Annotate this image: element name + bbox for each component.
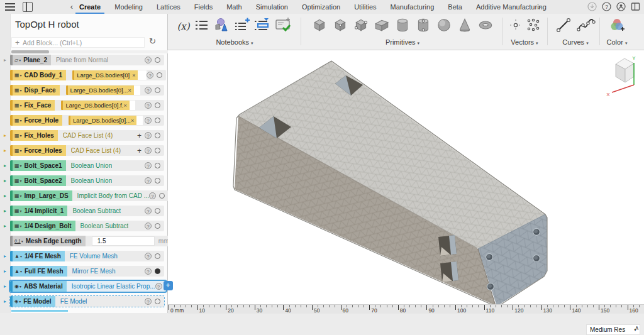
visibility-toggle-icon[interactable]: [155, 268, 160, 274]
tab-create[interactable]: Create: [79, 0, 101, 14]
help-icon[interactable]: ?: [149, 192, 156, 199]
help-icon[interactable]: ?: [145, 268, 152, 275]
block-row-force-hole[interactable]: ▦▾Force_HoleLarge_DS.bodies[0]...×?: [0, 115, 168, 126]
auto-refresh-icon[interactable]: ↻: [149, 36, 156, 46]
parallelepiped-icon[interactable]: [374, 17, 390, 36]
help-icon[interactable]: ?: [145, 207, 152, 214]
block-body[interactable]: ▦▾Force_HolesCAD Face List (4)+?: [10, 145, 164, 156]
chip-caret-icon[interactable]: ▾: [20, 254, 22, 258]
point-cloud-icon[interactable]: [526, 18, 541, 35]
account-icon[interactable]: [616, 2, 626, 11]
visibility-toggle-icon[interactable]: [155, 118, 160, 123]
value-chip[interactable]: Large_DS.bodies[0]...×: [69, 116, 136, 125]
block-value-field[interactable]: Large_DS.bodies[0]....×: [66, 85, 140, 95]
view-cube[interactable]: Y X: [606, 55, 636, 97]
chip-caret-icon[interactable]: ▾: [20, 73, 22, 77]
block-name-chip[interactable]: ▦▾1/4 Implicit_1: [10, 206, 67, 216]
help-icon[interactable]: ?: [145, 147, 152, 154]
point-icon[interactable]: [509, 18, 523, 35]
expand-arrow-icon[interactable]: ▸: [0, 223, 10, 229]
chip-caret-icon[interactable]: ▾: [19, 58, 21, 62]
block-row-mesh-edge-length[interactable]: 0.1▾Mesh Edge Length1.5mm?: [0, 236, 168, 246]
line-segment-icon[interactable]: [555, 17, 572, 36]
block-row-disp-face[interactable]: ▦▾Disp_FaceLarge_DS.bodies[0]....×?: [0, 85, 168, 96]
visibility-toggle-icon[interactable]: [155, 208, 160, 214]
collapse-chevron-icon[interactable]: ∧: [635, 324, 639, 331]
block-name-chip[interactable]: ▦▾CAD Body_1: [10, 70, 66, 80]
color-group-label[interactable]: Color ▾: [601, 38, 633, 46]
chip-caret-icon[interactable]: ▾: [19, 284, 21, 288]
add-list-icon[interactable]: [235, 18, 250, 35]
spline-curve-icon[interactable]: [577, 17, 596, 36]
help-icon[interactable]: ?: [602, 2, 611, 11]
chip-caret-icon[interactable]: ▾: [20, 133, 22, 138]
block-row-cad-body-1[interactable]: ▦▾CAD Body_1Large_DS.bodies[0]×?: [0, 70, 168, 80]
visibility-toggle-icon[interactable]: [155, 178, 160, 184]
block-name-chip[interactable]: ◈▾FE Model: [10, 296, 55, 307]
split-panel-icon[interactable]: [23, 2, 33, 12]
chip-caret-icon[interactable]: ▾: [21, 239, 23, 243]
box-corners-icon[interactable]: [353, 17, 369, 36]
block-name-chip[interactable]: ▲▾Full FE Mesh: [10, 266, 67, 277]
block-body[interactable]: ▦▾Fix_FaceLarge_DS.bodies[0].f...×?: [10, 100, 164, 111]
value-chip[interactable]: Large_DS.bodies[0]....×: [66, 85, 134, 95]
block-name-chip[interactable]: ▦▾Force_Hole: [10, 115, 62, 126]
expand-arrow-icon[interactable]: ▸: [0, 283, 10, 289]
torus-icon[interactable]: [477, 17, 494, 36]
scrollbar-thumb[interactable]: [11, 50, 49, 53]
more-tabs-chevron-icon[interactable]: ›: [535, 2, 545, 12]
expand-arrow-icon[interactable]: ▸: [0, 193, 10, 199]
chip-caret-icon[interactable]: ▾: [20, 178, 22, 183]
block-name-chip[interactable]: ▦▾Disp_Face: [10, 85, 60, 96]
expand-arrow-icon[interactable]: ▸: [0, 268, 10, 274]
block-body[interactable]: ▦▾Force_HoleLarge_DS.bodies[0]...×?: [10, 115, 164, 126]
add-block-floating-button[interactable]: +: [164, 281, 173, 290]
block-name-chip[interactable]: ◉▾ABS Material: [10, 281, 67, 292]
block-row-force-holes[interactable]: ▸▦▾Force_HolesCAD Face List (4)+?: [0, 145, 168, 156]
vectors-group-label[interactable]: Vectors ▾: [505, 38, 544, 46]
chip-caret-icon[interactable]: ▾: [20, 103, 22, 107]
block-row-1-4-fe-mesh[interactable]: ▸▲▾1/4 FE MeshFE Volume Mesh?: [0, 251, 168, 261]
primitives-group-label[interactable]: Primitives ▾: [305, 38, 500, 46]
chip-caret-icon[interactable]: ▾: [20, 224, 22, 228]
visibility-toggle-icon[interactable]: [155, 87, 160, 93]
chip-caret-icon[interactable]: ▾: [20, 269, 22, 273]
block-name-chip[interactable]: ▦▾Bolt_Space2: [10, 175, 66, 186]
tab-lattices[interactable]: Lattices: [157, 0, 180, 14]
block-name-chip[interactable]: ▦▾Fix_Face: [10, 100, 55, 111]
chip-caret-icon[interactable]: ▾: [20, 194, 22, 198]
hamburger-menu-icon[interactable]: [5, 2, 15, 12]
block-row-bolt-space2[interactable]: ▸▦▾Bolt_Space2Boolean Union?: [0, 175, 168, 186]
help-icon[interactable]: ?: [145, 253, 152, 260]
block-row-plane-2[interactable]: ▸▱▾Plane_2Plane from Normal?: [0, 55, 168, 65]
remove-value-icon[interactable]: ×: [123, 102, 129, 109]
box-center-icon[interactable]: [332, 17, 348, 36]
chip-caret-icon[interactable]: ▾: [20, 118, 22, 123]
curves-group-label[interactable]: Curves ▾: [550, 38, 601, 46]
block-row-full-fe-mesh[interactable]: ▸▲▾Full FE MeshMirror FE Mesh?: [0, 266, 168, 277]
3d-viewport[interactable]: Y X: [168, 50, 644, 304]
block-name-chip[interactable]: ▱▾Plane_2: [10, 55, 51, 65]
resolution-dropdown[interactable]: Medium Res ▾: [586, 324, 640, 335]
block-row-fix-face[interactable]: ▦▾Fix_FaceLarge_DS.bodies[0].f...×?: [0, 100, 168, 111]
block-name-chip[interactable]: ▦▾Imp_Large_DS: [10, 190, 72, 201]
block-body[interactable]: ▦▾1/4 Design_BoltBoolean Subtract?: [10, 221, 164, 231]
block-row-fe-model[interactable]: ▸◈▾FE ModelFE Model?: [0, 296, 168, 307]
variable-icon[interactable]: (x): [177, 21, 189, 32]
block-body[interactable]: ▦▾Fix_HolesCAD Face List (4)+?: [10, 130, 164, 141]
visibility-toggle-icon[interactable]: [155, 57, 160, 63]
block-name-chip[interactable]: ▲▾1/4 FE Mesh: [10, 251, 65, 261]
block-row-1-4-design-bolt[interactable]: ▸▦▾1/4 Design_BoltBoolean Subtract?: [0, 221, 168, 231]
chip-caret-icon[interactable]: ▾: [19, 299, 21, 304]
cylinder-points-icon[interactable]: [415, 17, 431, 36]
block-name-chip[interactable]: ▦▾1/4 Design_Bolt: [10, 221, 75, 231]
help-icon[interactable]: ?: [145, 117, 152, 124]
visibility-toggle-icon[interactable]: [155, 163, 160, 168]
visibility-toggle-icon[interactable]: [155, 133, 160, 138]
expand-arrow-icon[interactable]: ▸: [0, 163, 10, 168]
block-body[interactable]: ▦▾Bolt_Space2Boolean Union?: [10, 175, 164, 186]
block-row-abs-material[interactable]: ▸◉▾ABS MaterialIsotropic Linear Elastic …: [0, 281, 168, 292]
help-icon[interactable]: ?: [145, 298, 152, 305]
value-chip[interactable]: Large_DS.bodies[0]×: [72, 70, 138, 80]
expand-arrow-icon[interactable]: ▸: [0, 208, 10, 214]
